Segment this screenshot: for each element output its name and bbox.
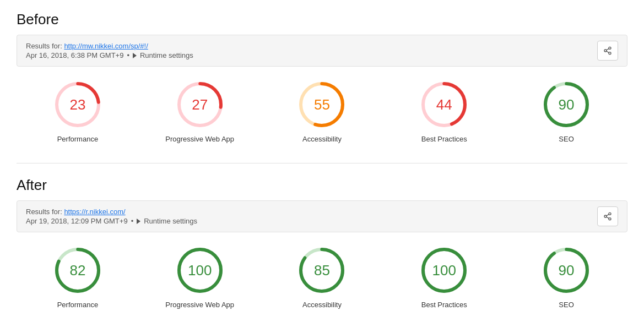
circle-seo-before: 90 (542, 80, 591, 129)
score-label-pwa-after: Progressive Web App (165, 301, 234, 309)
score-number-bp-before: 44 (436, 96, 452, 113)
score-item-bp-after: 100Best Practices (383, 246, 505, 309)
score-number-pwa-before: 27 (192, 96, 208, 113)
share-icon-after (603, 211, 612, 221)
after-title: After (17, 177, 627, 194)
before-title: Before (17, 11, 627, 28)
score-label-seo-after: SEO (559, 301, 573, 309)
before-result-label: Results for: http://mw.nikkei.com/sp/#!/ (26, 42, 193, 50)
after-result-bar: Results for: https://r.nikkei.com/ Apr 1… (17, 200, 627, 232)
circle-perf-after: 82 (53, 246, 102, 295)
after-section: After Results for: https://r.nikkei.com/… (17, 177, 627, 309)
before-scores-row: 23Performance27Progressive Web App55Acce… (17, 80, 627, 143)
svg-line-19 (607, 214, 609, 216)
runtime-arrow-after (137, 219, 140, 224)
score-label-acc-before: Accessibility (302, 135, 342, 143)
svg-line-3 (607, 51, 609, 53)
circle-pwa-after: 100 (175, 246, 225, 295)
after-result-url[interactable]: https://r.nikkei.com/ (64, 208, 125, 216)
score-label-perf-after: Performance (57, 301, 98, 309)
score-label-acc-after: Accessibility (302, 301, 342, 309)
score-item-acc-before: 55Accessibility (261, 80, 383, 143)
svg-line-18 (607, 217, 609, 219)
after-runtime-settings[interactable]: Runtime settings (144, 217, 197, 225)
before-section: Before Results for: http://mw.nikkei.com… (17, 11, 627, 143)
after-result-date: Apr 19, 2018, 12:09 PM GMT+9 • Runtime s… (26, 217, 197, 225)
score-item-pwa-before: 27Progressive Web App (139, 80, 261, 143)
score-label-bp-before: Best Practices (421, 135, 467, 143)
before-runtime-settings[interactable]: Runtime settings (140, 51, 193, 59)
score-number-seo-before: 90 (559, 96, 575, 113)
score-label-seo-before: SEO (559, 135, 573, 143)
circle-perf-before: 23 (53, 80, 102, 129)
circle-bp-after: 100 (419, 246, 469, 295)
score-number-acc-before: 55 (314, 96, 330, 113)
after-scores-row: 82Performance100Progressive Web App85Acc… (17, 246, 627, 309)
score-item-perf-after: 82Performance (17, 246, 139, 309)
circle-acc-before: 55 (297, 80, 347, 129)
score-item-pwa-after: 100Progressive Web App (139, 246, 261, 309)
section-divider (17, 163, 627, 164)
score-number-acc-after: 85 (314, 262, 330, 279)
svg-line-4 (607, 48, 609, 50)
after-result-label: Results for: https://r.nikkei.com/ (26, 208, 197, 216)
share-icon (603, 46, 612, 56)
circle-pwa-before: 27 (175, 80, 225, 129)
score-item-perf-before: 23Performance (17, 80, 139, 143)
score-item-acc-after: 85Accessibility (261, 246, 383, 309)
score-number-bp-after: 100 (432, 262, 456, 279)
score-number-perf-after: 82 (69, 262, 85, 279)
after-share-button[interactable] (597, 206, 618, 226)
score-label-perf-before: Performance (57, 135, 98, 143)
score-label-bp-after: Best Practices (421, 301, 467, 309)
score-item-seo-before: 90SEO (505, 80, 627, 143)
score-item-seo-after: 90SEO (505, 246, 627, 309)
after-result-info: Results for: https://r.nikkei.com/ Apr 1… (26, 208, 197, 225)
score-number-perf-before: 23 (69, 96, 85, 113)
before-result-info: Results for: http://mw.nikkei.com/sp/#!/… (26, 42, 193, 59)
before-share-button[interactable] (597, 41, 618, 61)
circle-seo-after: 90 (542, 246, 591, 295)
before-result-bar: Results for: http://mw.nikkei.com/sp/#!/… (17, 35, 627, 67)
before-result-date: Apr 16, 2018, 6:38 PM GMT+9 • Runtime se… (26, 51, 193, 59)
circle-acc-after: 85 (297, 246, 347, 295)
score-number-seo-after: 90 (559, 262, 575, 279)
score-number-pwa-after: 100 (188, 262, 212, 279)
before-result-url[interactable]: http://mw.nikkei.com/sp/#!/ (64, 42, 148, 50)
runtime-arrow-before (133, 53, 137, 58)
circle-bp-before: 44 (419, 80, 469, 129)
score-label-pwa-before: Progressive Web App (165, 135, 234, 143)
score-item-bp-before: 44Best Practices (383, 80, 505, 143)
